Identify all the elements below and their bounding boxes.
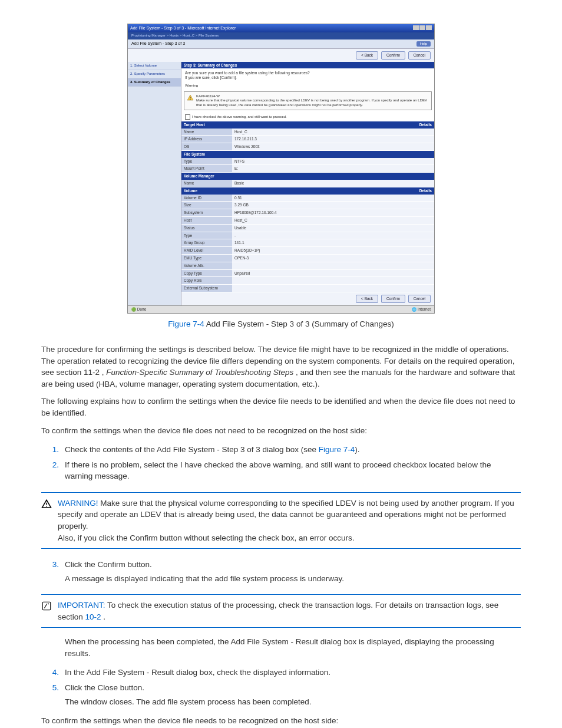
step-a1: 1. Check the contents of the Add File Sy…: [65, 442, 521, 457]
cancel-button-2[interactable]: Cancel: [408, 295, 431, 303]
table-row: Volume Attr.: [181, 262, 434, 269]
warning-body: Make sure that the physical volume corre…: [196, 98, 429, 107]
volume-manager-header: Volume Manager: [181, 173, 434, 180]
nav-step-3[interactable]: 3. Summary of Changes: [128, 78, 181, 87]
top-button-row: < Back Confirm Cancel: [128, 49, 434, 62]
step-b3: 3. Click the Confirm button. A message i…: [65, 557, 521, 586]
volume-table: Volume ID0.51Size3.29 GBSubsystemHP10008…: [181, 195, 434, 292]
table-row: Volume ID0.51: [181, 195, 434, 202]
section-header: Step 3: Summary of Changes: [181, 62, 434, 69]
table-row: SubsystemHP10008@172.16.100.4: [181, 209, 434, 217]
section-link[interactable]: 10-2: [85, 612, 101, 621]
svg-rect-1: [190, 99, 191, 100]
warning-code: KAPF40224-W: [196, 94, 429, 98]
proceed-checkbox-label: I have checked the above warning, and st…: [192, 115, 287, 119]
details-link-2[interactable]: Details: [419, 189, 432, 193]
paragraph-result: When the processing has been completed, …: [41, 636, 521, 659]
table-row: OSWindows 2003: [181, 143, 434, 151]
file-system-header: File System: [181, 151, 434, 158]
confirm-button-2[interactable]: Confirm: [381, 295, 405, 303]
warning-text-2: Also, if you click the Confirm button wi…: [58, 532, 521, 544]
table-row: HostHost_C: [181, 217, 434, 225]
figure-caption: Figure 7-4 Add File System - Step 3 of 3…: [41, 318, 521, 330]
proceed-checkbox[interactable]: [185, 114, 190, 120]
table-row: IP Address172.16.211.3: [181, 136, 434, 143]
warning-label: Warning: [181, 83, 434, 89]
back-button-2[interactable]: < Back: [356, 295, 378, 303]
figure-link[interactable]: Figure 7-4: [319, 445, 355, 454]
warning-text: KAPF40224-W Make sure that the physical …: [196, 94, 429, 107]
wizard-subheader: Add File System - Step 3 of 3 Help: [128, 39, 434, 49]
steps-list-b: 3. Click the Confirm button. A message i…: [41, 557, 521, 586]
back-button[interactable]: < Back: [356, 51, 378, 60]
svg-rect-2: [46, 503, 47, 505]
cancel-button[interactable]: Cancel: [408, 51, 431, 60]
important-callout: IMPORTANT: To check the execution status…: [41, 594, 521, 628]
paragraph-explain: The following explains how to confirm th…: [41, 396, 521, 419]
table-row: Mount PointE:: [181, 165, 434, 173]
nav-step-2[interactable]: 2. Specify Parameters: [128, 70, 181, 78]
xref-troubleshooting: Function-Specific Summary of Troubleshoo…: [106, 368, 293, 377]
warning-label: WARNING!: [58, 499, 98, 508]
window-title: Add File System - Step 3 of 3 - Microsof…: [130, 26, 236, 31]
step-c4: 4. In the Add File System - Result dialo…: [65, 665, 521, 680]
warning-box: KAPF40224-W Make sure that the physical …: [184, 91, 432, 110]
paragraph-case2: To confirm the settings when the device …: [41, 715, 521, 727]
table-row: StatusUsable: [181, 224, 434, 232]
step-a2: 2. If there is no problem, select the I …: [65, 457, 521, 484]
table-row: Size3.29 GB: [181, 202, 434, 209]
dialog-screenshot: Add File System - Step 3 of 3 - Microsof…: [127, 24, 435, 314]
table-row: Array Group141-1: [181, 239, 434, 247]
table-row: RAID LevelRAID5(3D+1P): [181, 247, 434, 255]
target-host-header: Target Host Details: [181, 121, 434, 129]
bottom-button-row: < Back Confirm Cancel: [181, 292, 434, 305]
details-link[interactable]: Details: [419, 123, 432, 127]
table-row: NameBasic: [181, 180, 434, 187]
warning-icon: [187, 94, 194, 101]
svg-rect-3: [46, 506, 47, 507]
file-system-table: TypeNTFSMount PointE:: [181, 158, 434, 173]
target-host-table: NameHost_CIP Address172.16.211.3OSWindow…: [181, 129, 434, 151]
table-row: EMU TypeOPEN-3: [181, 255, 434, 262]
warning-callout-1: WARNING! Make sure that the physical vol…: [41, 492, 521, 549]
figure-number: Figure 7-4: [168, 319, 204, 328]
table-row: NameHost_C: [181, 129, 434, 136]
wizard-step-label: Add File System - Step 3 of 3: [131, 41, 185, 46]
step-c5: 5. Click the Close button. The window cl…: [65, 680, 521, 709]
volume-header: Volume Details: [181, 187, 434, 195]
important-icon: [41, 599, 52, 622]
confirm-question: Are you sure you want to add a file syst…: [181, 68, 434, 83]
window-titlebar: Add File System - Step 3 of 3 - Microsof…: [128, 24, 434, 32]
table-row: Type-: [181, 232, 434, 239]
wizard-content: Step 3: Summary of Changes Are you sure …: [181, 62, 434, 305]
warning-text: Make sure that the physical volume corre…: [58, 499, 514, 531]
status-internet: 🌐 Internet: [412, 307, 431, 312]
warning-icon: [41, 498, 52, 543]
status-done: 🟢 Done: [131, 307, 146, 312]
steps-list-c: 4. In the Add File System - Result dialo…: [41, 665, 521, 709]
help-button[interactable]: Help: [416, 41, 431, 47]
important-label: IMPORTANT:: [58, 601, 105, 610]
section-title: Step 3: Summary of Changes: [184, 63, 237, 68]
table-row: Copy TypeUnpaired: [181, 269, 434, 277]
browser-statusbar: 🟢 Done 🌐 Internet: [128, 305, 434, 313]
confirm-button[interactable]: Confirm: [381, 51, 405, 60]
table-row: Copy Role: [181, 277, 434, 285]
steps-list-a: 1. Check the contents of the Add File Sy…: [41, 442, 521, 484]
table-row: TypeNTFS: [181, 158, 434, 165]
nav-step-1[interactable]: 1. Select Volume: [128, 62, 181, 70]
svg-rect-4: [42, 602, 51, 610]
paragraph-intro: The procedure for confirming the setting…: [41, 344, 521, 390]
window-controls: [412, 25, 432, 31]
breadcrumb: Provisioning Manager > Hosts > Host_C > …: [128, 32, 434, 39]
wizard-nav: 1. Select Volume 2. Specify Parameters 3…: [128, 62, 181, 305]
svg-rect-0: [190, 97, 191, 98]
volume-manager-table: NameBasic: [181, 180, 434, 187]
table-row: External Subsystem: [181, 285, 434, 292]
figure-title: Add File System - Step 3 of 3 (Summary o…: [204, 319, 394, 328]
paragraph-case1: To confirm the settings when the device …: [41, 425, 521, 437]
